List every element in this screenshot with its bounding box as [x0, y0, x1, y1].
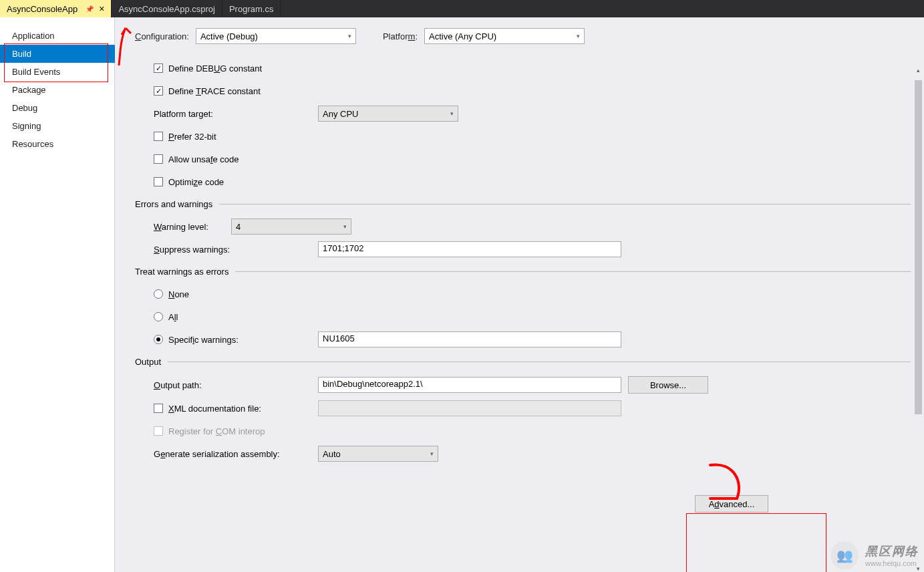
tab-asyncconsoleapp[interactable]: AsyncConsoleApp 📌 ×	[0, 0, 112, 17]
platform-label: Platform:	[383, 31, 418, 41]
suppress-warnings-label: Suppress warnings:	[154, 245, 318, 255]
section-treat-warnings: Treat warnings as errors	[135, 267, 911, 277]
generate-serialization-label: Generate serialization assembly:	[154, 449, 318, 459]
advanced-button[interactable]: Advanced...	[695, 495, 768, 513]
chevron-down-icon: ▾	[348, 33, 351, 39]
chevron-down-icon: ▾	[430, 450, 434, 457]
config-row: Configuration: Active (Debug) ▾ Platform…	[135, 28, 911, 44]
pin-icon[interactable]: 📌	[86, 5, 94, 13]
sidebar-item-application[interactable]: Application	[0, 27, 114, 45]
chevron-down-icon: ▾	[450, 110, 454, 117]
section-errors-warnings: Errors and warnings	[135, 199, 911, 209]
tab-strip: AsyncConsoleApp 📌 × AsyncConsoleApp.cspr…	[0, 0, 924, 17]
treat-specific-radio[interactable]	[154, 335, 163, 344]
prefer-32bit-checkbox[interactable]	[154, 132, 163, 141]
optimize-code-checkbox[interactable]	[154, 177, 163, 186]
close-icon[interactable]: ×	[99, 4, 104, 13]
chevron-down-icon: ▾	[343, 223, 347, 230]
configuration-dropdown[interactable]: Active (Debug) ▾	[196, 28, 356, 44]
generate-serialization-value: Auto	[323, 449, 341, 459]
tab-programcs[interactable]: Program.cs	[222, 0, 281, 17]
sidebar: Application Build Build Events Package D…	[0, 17, 115, 572]
xml-doc-checkbox[interactable]	[154, 404, 163, 413]
generate-serialization-dropdown[interactable]: Auto ▾	[318, 446, 438, 462]
sidebar-item-debug[interactable]: Debug	[0, 99, 114, 117]
warning-level-label: Warning level:	[154, 222, 231, 232]
treat-all-label: All	[168, 312, 178, 322]
watermark-url: www.heiqu.com	[865, 559, 919, 567]
treat-none-label: None	[168, 289, 189, 299]
xml-doc-label: XML documentation file:	[168, 404, 318, 414]
tab-csproj[interactable]: AsyncConsoleApp.csproj	[112, 0, 222, 17]
annotation-box-2	[686, 513, 826, 572]
treat-all-radio[interactable]	[154, 312, 163, 321]
watermark-cn: 黑区网络	[865, 543, 919, 559]
platform-dropdown[interactable]: Active (Any CPU) ▾	[424, 28, 585, 44]
vertical-scrollbar[interactable]	[913, 67, 924, 572]
browse-button[interactable]: Browse...	[628, 376, 708, 394]
xml-doc-input	[318, 400, 621, 416]
tab-label: AsyncConsoleApp	[7, 4, 78, 14]
sidebar-item-build-events[interactable]: Build Events	[0, 63, 114, 81]
watermark: 👥 黑区网络 www.heiqu.com	[830, 541, 919, 569]
treat-specific-label: Specific warnings:	[168, 335, 318, 345]
define-debug-label: Define DEBUG constant	[168, 63, 262, 74]
treat-none-radio[interactable]	[154, 289, 163, 299]
main-area: Application Build Build Events Package D…	[0, 17, 924, 572]
configuration-label: Configuration:	[135, 31, 189, 41]
section-output: Output	[135, 357, 911, 367]
tab-label: Program.cs	[229, 4, 273, 14]
platform-value: Active (Any CPU)	[429, 31, 496, 41]
platform-target-dropdown[interactable]: Any CPU ▾	[318, 106, 458, 122]
com-interop-checkbox	[154, 426, 163, 436]
content: Configuration: Active (Debug) ▾ Platform…	[115, 17, 924, 572]
platform-target-label: Platform target:	[154, 109, 318, 119]
define-debug-checkbox[interactable]	[154, 63, 163, 73]
prefer-32bit-label: Prefer 32-bit	[168, 132, 216, 142]
warning-level-value: 4	[236, 222, 241, 232]
optimize-code-label: Optimize code	[168, 177, 224, 187]
tab-label: AsyncConsoleApp.csproj	[118, 4, 215, 14]
sidebar-item-build[interactable]: Build	[0, 45, 114, 63]
chevron-down-icon: ▾	[577, 33, 580, 39]
warning-level-dropdown[interactable]: 4 ▾	[231, 219, 351, 235]
output-path-input[interactable]: bin\Debug\netcoreapp2.1\	[318, 377, 621, 393]
watermark-icon: 👥	[830, 541, 859, 569]
define-trace-checkbox[interactable]	[154, 86, 163, 96]
com-interop-label: Register for COM interop	[168, 426, 265, 436]
sidebar-item-package[interactable]: Package	[0, 81, 114, 99]
section-title-label: Output	[135, 357, 161, 367]
specific-warnings-input[interactable]: NU1605	[318, 331, 621, 347]
scroll-thumb[interactable]	[915, 80, 922, 414]
sidebar-item-signing[interactable]: Signing	[0, 117, 114, 135]
allow-unsafe-checkbox[interactable]	[154, 154, 163, 164]
define-trace-label: Define TRACE constant	[168, 86, 261, 96]
allow-unsafe-label: Allow unsafe code	[168, 154, 239, 164]
suppress-warnings-input[interactable]: 1701;1702	[318, 241, 621, 257]
section-title-label: Treat warnings as errors	[135, 267, 228, 277]
sidebar-item-resources[interactable]: Resources	[0, 135, 114, 153]
section-title-label: Errors and warnings	[135, 199, 212, 209]
platform-target-value: Any CPU	[323, 109, 358, 119]
output-path-label: Output path:	[154, 380, 318, 390]
configuration-value: Active (Debug)	[200, 31, 258, 41]
